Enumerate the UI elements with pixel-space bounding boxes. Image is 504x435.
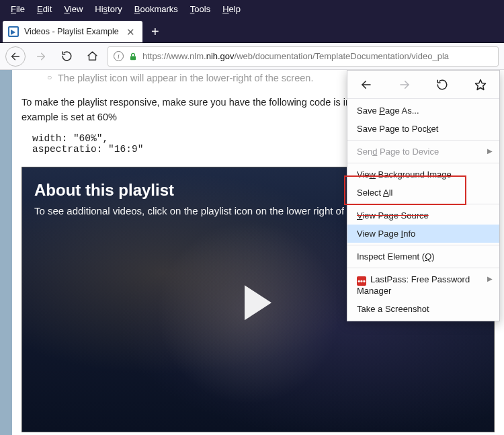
close-tab-button[interactable]: ✕ (124, 27, 137, 37)
context-item-11[interactable]: Inspect Element (Q) (347, 247, 499, 266)
menu-help[interactable]: Help (217, 2, 246, 16)
arrow-right-icon (398, 79, 411, 91)
context-nav-row (347, 71, 499, 99)
site-info-icon[interactable]: i (114, 51, 124, 61)
tab-strip: Videos - Playlist Example ✕ + (0, 17, 504, 43)
menu-bookmarks[interactable]: Bookmarks (129, 2, 183, 16)
chevron-right-icon: ▶ (487, 147, 493, 155)
play-favicon-icon (8, 26, 19, 37)
left-gutter (0, 70, 12, 435)
context-separator (347, 245, 499, 245)
tab-title: Videos - Playlist Example (24, 27, 119, 36)
lock-icon (128, 52, 138, 61)
url-bar[interactable]: i https://www.nlm.nih.gov/web/documentat… (108, 46, 499, 67)
menu-edit[interactable]: Edit (32, 2, 57, 16)
new-tab-button[interactable]: + (146, 23, 164, 40)
context-item-13[interactable]: •••LastPass: Free Password Manager▶ (347, 270, 499, 300)
browser-tab[interactable]: Videos - Playlist Example ✕ (3, 21, 142, 42)
context-separator (347, 268, 499, 268)
home-icon (87, 50, 98, 62)
svg-rect-2 (130, 56, 136, 60)
context-item-8[interactable]: View Page Source (347, 206, 499, 225)
menu-tools[interactable]: Tools (185, 2, 216, 16)
context-menu-list: Save Page As...Save Page to PocketSend P… (347, 99, 499, 321)
arrow-left-icon (10, 51, 21, 62)
home-button[interactable] (82, 46, 102, 67)
arrow-right-icon (36, 51, 46, 62)
context-separator (347, 140, 499, 141)
context-item-5[interactable]: View Background Image (347, 165, 499, 184)
chevron-right-icon: ▶ (487, 275, 493, 282)
context-item-3: Send Page to Device▶ (347, 143, 499, 161)
lastpass-icon: ••• (357, 276, 366, 286)
arrow-left-icon (360, 79, 372, 91)
menu-view[interactable]: View (58, 2, 88, 16)
context-separator (347, 163, 499, 163)
context-item-0[interactable]: Save Page As... (347, 102, 499, 120)
reload-button[interactable] (56, 46, 77, 67)
menu-history[interactable]: History (89, 2, 127, 16)
svg-marker-5 (475, 79, 485, 89)
context-item-6[interactable]: Select All (347, 184, 499, 202)
context-item-9[interactable]: View Page Info (347, 225, 499, 243)
video-subtitle: To see additional videos, click on the p… (34, 205, 344, 216)
ctx-bookmark-button[interactable] (467, 73, 494, 97)
url-text: https://www.nlm.nih.gov/web/documentatio… (142, 51, 449, 61)
context-item-14[interactable]: Take a Screenshot (347, 300, 499, 318)
ctx-back-button[interactable] (353, 73, 380, 97)
forward-button[interactable] (31, 46, 51, 67)
page-viewport: The playlist icon will appear in the low… (0, 70, 504, 435)
nav-toolbar: i https://www.nlm.nih.gov/web/documentat… (0, 43, 504, 70)
video-title: About this playlist (34, 181, 174, 200)
ctx-reload-button[interactable] (429, 73, 456, 97)
ctx-forward-button[interactable] (391, 73, 418, 97)
back-button[interactable] (5, 46, 26, 67)
menu-bar: File Edit View History Bookmarks Tools H… (0, 0, 504, 17)
context-item-1[interactable]: Save Page to Pocket (347, 120, 499, 138)
context-menu: Save Page As...Save Page to PocketSend P… (347, 70, 500, 321)
context-separator (347, 204, 499, 204)
menu-file[interactable]: File (5, 2, 30, 16)
star-icon (474, 79, 487, 91)
reload-icon (61, 50, 73, 62)
play-icon[interactable] (245, 285, 271, 320)
reload-icon (436, 79, 448, 91)
